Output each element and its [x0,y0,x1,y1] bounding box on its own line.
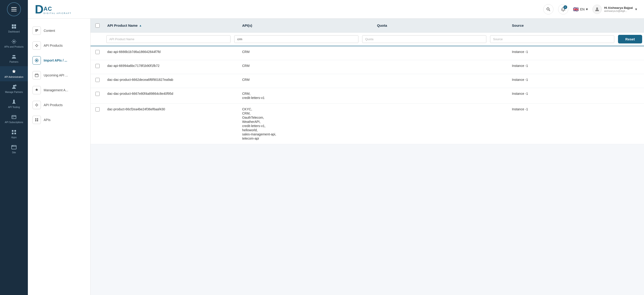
header-logo: D AC DIGITAL APICRAFT [35,3,72,15]
sidebar-item-apis[interactable]: APIs and Products [0,36,28,51]
content-wrapper: Content API Products [28,19,644,295]
manage-icon [11,84,17,90]
filter-source[interactable] [490,35,614,43]
svg-rect-26 [35,29,38,30]
table-row: dac-api-66994a6bc7178f1b90f1fb72 CRM Ins… [90,60,644,74]
row-checkbox-cell [90,46,104,58]
sidebar-item-partners[interactable]: Partners [0,51,28,66]
hamburger-icon [10,6,18,13]
svg-point-10 [13,85,15,87]
sec-sidebar-item-upcoming[interactable]: Upcoming API ... [28,68,90,83]
th-quota: Quota [374,20,509,31]
svg-point-25 [596,8,598,9]
svg-rect-36 [37,120,38,122]
partners-icon [11,54,17,60]
svg-rect-27 [35,30,38,31]
svg-point-32 [36,104,38,106]
table-row: dac-api-6666b1b7d6a186642844f7fd CRM Ins… [90,46,644,60]
row-checkbox[interactable] [96,64,100,68]
row-checkbox-cell [90,104,104,115]
reset-button[interactable]: Reset [618,35,642,44]
sec-sidebar-item-import[interactable]: Import APIs / ... [28,53,90,68]
sort-arrow-icon: ▲ [139,24,142,27]
filter-reset-cell: Reset [616,35,644,44]
admin-icon [11,69,17,75]
notification-badge: 0 [564,5,567,9]
row-quota [374,74,509,82]
notifications-button[interactable]: 0 [558,4,568,15]
sec-sidebar-item-api-products-2[interactable]: API Products [28,98,90,112]
row-checkbox[interactable] [96,50,100,54]
row-quota [374,104,509,111]
filter-apis-cell [232,35,360,43]
row-apis: CKYC, CRM, OauthTelecom, WeatherAPI, cre… [239,104,374,144]
management-icon [34,88,39,92]
content-icon [34,29,39,33]
sec-sidebar-item-management[interactable]: Management A... [28,83,90,98]
svg-rect-1 [12,9,17,10]
user-info[interactable]: Hi Aishwarya Bajpai aishwarya.b@digit...… [592,5,637,14]
logo-ac: AC [44,6,72,12]
sidebar-item-api-subscriptions[interactable]: API Subscriptions [0,112,28,127]
row-api-product-name: dac-dac-product-6662decea6f6f901827ea9ab [104,74,239,85]
row-source: Instance -1 [509,104,644,115]
testing-icon [11,99,17,105]
secondary-sidebar: Content API Products [28,19,90,295]
sidebar-item-dashboard[interactable]: Dashboard [0,21,28,36]
sec-label: Content [44,29,55,33]
lang-chevron-icon: ▾ [586,7,588,11]
sec-label: Upcoming API ... [44,73,68,77]
language-selector[interactable]: 🇬🇧 EN ▾ [573,7,588,12]
svg-rect-15 [12,130,14,132]
avatar [592,5,602,14]
sidebar-item-apps[interactable]: Apps [0,127,28,142]
svg-point-9 [14,55,15,57]
row-checkbox[interactable] [96,78,100,82]
table-row: dac-product-66cf2ea4be24f36ef6aaf430 CKY… [90,104,644,144]
sec-sidebar-item-api-products-1[interactable]: API Products [28,38,90,53]
row-checkbox[interactable] [96,92,100,96]
filter-row: Reset [90,33,644,46]
flag-icon: 🇬🇧 [573,7,579,12]
row-quota [374,46,509,54]
search-button[interactable] [543,4,554,15]
sec-sidebar-item-apis[interactable]: APIs [28,112,90,127]
user-email: aishwarya.b@digit... [604,10,633,12]
apis-list: CKYC, CRM, OauthTelecom, WeatherAPI, cre… [242,107,276,140]
filter-quota[interactable] [362,35,486,43]
sidebar-menu-toggle[interactable] [7,2,21,16]
sidebar-item-manage-partners[interactable]: Manage Partners [0,81,28,96]
svg-point-7 [13,41,15,42]
sidebar-item-api-testing[interactable]: API Testing [0,96,28,112]
row-source: Instance -1 [509,46,644,57]
row-api-product-name: dac-dac-product-6667e80f4a89864c8e40f95d [104,88,239,99]
sidebar-item-site[interactable]: Site [0,142,28,157]
logo-subtitle: DIGITAL APICRAFT [44,12,72,15]
content-icon-box [32,27,41,35]
row-checkbox-cell [90,60,104,72]
sidebar-item-api-admin[interactable]: API Administration [0,66,28,81]
row-apis: CRM [239,74,374,85]
row-api-product-name: dac-product-66cf2ea4be24f36ef6aaf430 [104,104,239,115]
upcoming-icon [34,73,39,77]
th-source: Source [509,20,644,31]
svg-rect-35 [35,120,36,122]
import-icon [34,58,39,63]
select-all-checkbox[interactable] [96,24,100,28]
filter-api-product-name[interactable] [106,35,230,43]
svg-rect-4 [14,24,16,26]
row-checkbox[interactable] [96,107,100,112]
logo-d: D [35,3,44,15]
left-sidebar: Dashboard APIs and Products Partners API… [0,0,28,295]
language-label: EN [580,8,584,11]
sec-sidebar-item-content[interactable]: Content [28,23,90,38]
row-quota [374,60,509,68]
header-actions: 0 🇬🇧 EN ▾ Hi Aishwarya Bajpai aishwarya.… [543,4,637,15]
dashboard-icon [11,24,17,29]
sec-label: Import APIs / ... [44,59,67,62]
api-products-icon-box-1 [32,41,41,50]
svg-rect-16 [14,130,16,132]
row-apis: CRM, credit-letters-v1 [239,88,374,103]
filter-apis[interactable] [234,35,358,43]
row-source: Instance -1 [509,74,644,85]
